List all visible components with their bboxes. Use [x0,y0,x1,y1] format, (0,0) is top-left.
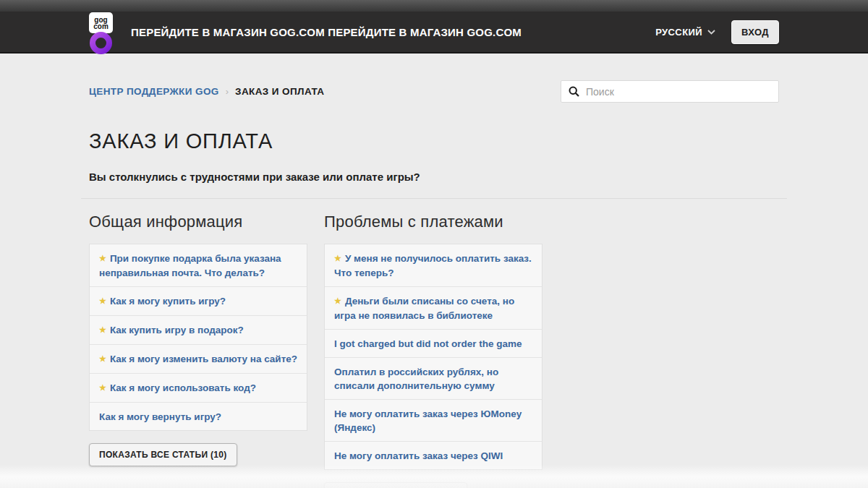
star-icon: ★ [334,296,341,305]
breadcrumb: ЦЕНТР ПОДДЕРЖКИ GOG › ЗАКАЗ И ОПЛАТА [89,86,324,97]
browser-chrome-strip [0,0,868,12]
star-icon: ★ [99,354,106,363]
show-all-button[interactable]: ПОКАЗАТЬ ВСЕ СТАТЬИ (7) [324,482,467,488]
article-link[interactable]: ★Как я могу использовать код? [90,374,307,402]
article-list-item: ★Как я могу изменить валюту на сайте? [90,345,307,374]
article-list: ★При покупке подарка была указана неправ… [89,244,307,431]
article-link[interactable]: ★Деньги были списаны со счета, но игра н… [325,287,542,329]
gog-ring-icon [90,32,112,57]
article-list-item: Не могу оплатить заказ через QIWI [325,442,542,469]
search-box[interactable] [561,80,779,103]
article-title: Как я могу купить игру? [110,296,226,307]
article-list-item: Как я могу вернуть игру? [90,403,307,430]
article-list: ★У меня не получилось оплатить заказ. Чт… [324,244,542,470]
article-list-item: ★Как я могу использовать код? [90,374,307,403]
article-link[interactable]: ★Как купить игру в подарок? [90,316,307,344]
article-list-item: Не могу оплатить заказ через ЮMoney (Янд… [325,400,542,442]
article-list-item: I got charged but did not order the game [325,330,542,358]
gog-logo[interactable]: gog com [89,11,114,53]
article-list-item: ★Деньги были списаны со счета, но игра н… [325,287,542,330]
show-all-button[interactable]: ПОКАЗАТЬ ВСЕ СТАТЬИ (10) [89,443,237,466]
article-list-item: Оплатил в российских рублях, но списали … [325,358,542,400]
article-title: Как я могу изменить валюту на сайте? [110,354,297,364]
page-subtitle: Вы столкнулись с трудностями при заказе … [89,171,779,183]
star-icon: ★ [99,254,106,262]
star-icon: ★ [99,325,106,334]
article-list-item: ★При покупке подарка была указана неправ… [90,244,307,287]
page-content: ЦЕНТР ПОДДЕРЖКИ GOG › ЗАКАЗ И ОПЛАТА ЗАК… [89,80,779,488]
breadcrumb-root-link[interactable]: ЦЕНТР ПОДДЕРЖКИ GOG [89,86,219,97]
store-link[interactable]: ПЕРЕЙДИТЕ В МАГАЗИН GOG.COM ПЕРЕЙДИТЕ В … [131,26,522,38]
site-header: gog com ПЕРЕЙДИТЕ В МАГАЗИН GOG.COM ПЕРЕ… [0,12,868,53]
search-icon [569,86,579,97]
chevron-down-icon [707,30,715,35]
article-link[interactable]: ★Как я могу изменить валюту на сайте? [90,345,307,373]
article-link[interactable]: ★У меня не получилось оплатить заказ. Чт… [325,244,542,286]
article-list-item: ★Как купить игру в подарок? [90,316,307,345]
article-link[interactable]: Не могу оплатить заказ через QIWI [325,442,542,469]
star-icon: ★ [334,254,341,262]
article-link[interactable]: Не могу оплатить заказ через ЮMoney (Янд… [325,400,542,441]
article-title: У меня не получилось оплатить заказ. Что… [334,253,532,278]
gog-logo-icon: gog com [89,12,113,33]
article-title: Как я могу вернуть игру? [99,411,221,422]
article-title: I got charged but did not order the game [334,338,522,349]
star-icon: ★ [99,296,106,305]
article-section: Общая информация ★При покупке подарка бы… [89,213,307,488]
article-list-item: ★Как я могу купить игру? [90,287,307,316]
language-selector[interactable]: РУССКИЙ [655,27,715,38]
star-icon: ★ [99,383,106,392]
article-title: Не могу оплатить заказ через QIWI [334,450,503,461]
article-link[interactable]: ★Как я могу купить игру? [90,287,307,315]
article-title: При покупке подарка была указана неправи… [99,253,281,278]
breadcrumb-current: ЗАКАЗ И ОПЛАТА [235,86,324,97]
article-link[interactable]: Как я могу вернуть игру? [90,403,307,430]
article-link[interactable]: I got charged but did not order the game [325,330,542,357]
gog-logo-line2: com [93,23,109,30]
article-title: Как купить игру в подарок? [110,325,244,335]
sections-row: Общая информация ★При покупке подарка бы… [89,213,779,488]
article-title: Оплатил в российских рублях, но списали … [334,367,498,391]
article-link[interactable]: Оплатил в российских рублях, но списали … [325,358,542,399]
search-input[interactable] [586,86,771,98]
section-divider [81,198,787,199]
article-title: Не могу оплатить заказ через ЮMoney (Янд… [334,408,522,433]
article-list-item: ★У меня не получилось оплатить заказ. Чт… [325,244,542,287]
breadcrumb-separator: › [226,86,229,97]
article-title: Деньги были списаны со счета, но игра не… [334,296,514,321]
section-heading: Проблемы с платежами [324,213,542,231]
article-link[interactable]: ★При покупке подарка была указана неправ… [90,244,307,286]
page-title: ЗАКАЗ И ОПЛАТА [89,129,779,153]
language-label: РУССКИЙ [655,27,702,38]
section-heading: Общая информация [89,213,307,231]
login-button[interactable]: ВХОД [731,20,779,44]
article-title: Как я могу использовать код? [110,382,256,393]
article-section: Проблемы с платежами ★У меня не получило… [324,213,542,488]
